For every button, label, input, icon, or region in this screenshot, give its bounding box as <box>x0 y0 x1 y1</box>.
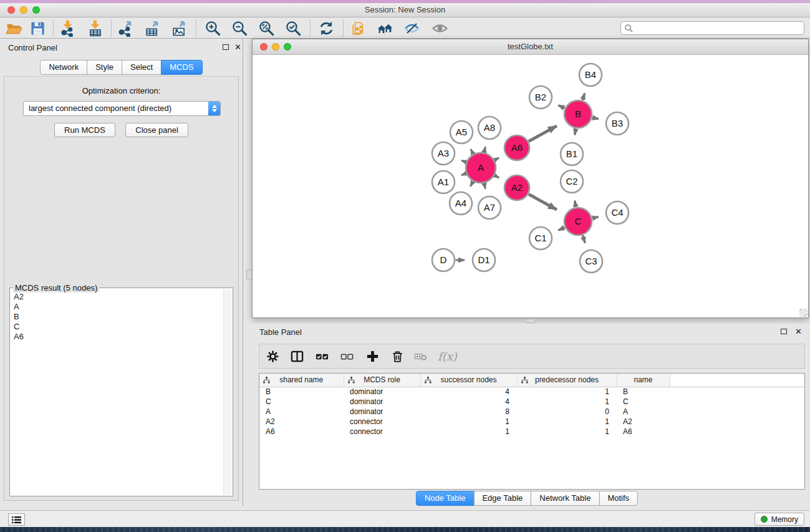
delete-row-trash-icon[interactable] <box>390 349 405 364</box>
graph-edge-B-B1[interactable] <box>575 128 576 135</box>
table-row[interactable]: Adominator80A <box>259 407 804 417</box>
zoom-traffic-light[interactable] <box>32 6 40 14</box>
graph-node-A6[interactable]: A6 <box>504 135 529 160</box>
column-header-name[interactable]: name <box>617 374 670 387</box>
import-network-icon[interactable] <box>59 19 77 37</box>
graph-node-A1[interactable]: A1 <box>432 171 455 193</box>
close-panel-icon[interactable]: ✕ <box>795 329 802 335</box>
export-image-icon[interactable] <box>170 19 188 37</box>
column-header-shared-name[interactable]: shared name <box>259 374 344 387</box>
add-row-plus-icon[interactable] <box>365 349 380 364</box>
table-cell[interactable]: dominator <box>344 387 420 397</box>
graph-node-D[interactable]: D <box>432 249 455 271</box>
graph-node-C1[interactable]: C1 <box>529 227 552 249</box>
result-item[interactable]: B <box>14 312 220 322</box>
show-panel-eye-icon[interactable] <box>431 19 449 37</box>
zoom-out-icon[interactable] <box>231 19 249 37</box>
tab-style[interactable]: Style <box>87 60 122 75</box>
graph-edge-C-C1[interactable] <box>558 228 564 231</box>
memory-button[interactable]: Memory <box>755 513 804 526</box>
table-cell[interactable]: 1 <box>517 387 617 397</box>
split-handle-vertical[interactable] <box>246 269 252 279</box>
table-cell[interactable]: A2 <box>259 417 344 427</box>
table-cell[interactable]: B <box>259 387 344 397</box>
table-cell[interactable]: 1 <box>420 427 517 437</box>
table-cell[interactable]: dominator <box>344 407 420 417</box>
graph-edge-A-A8[interactable] <box>484 147 485 152</box>
table-cell[interactable]: 0 <box>517 407 617 417</box>
graph-edge-A-A2[interactable] <box>494 175 499 178</box>
table-cell[interactable]: dominator <box>344 397 420 407</box>
graph-node-A3[interactable]: A3 <box>432 142 455 165</box>
table-row[interactable]: Cdominator41C <box>259 397 804 407</box>
table-cell[interactable]: C <box>259 397 344 407</box>
graph-edge-A-A5[interactable] <box>471 149 473 153</box>
close-panel-button[interactable]: Close panel <box>125 123 188 137</box>
graph-node-A7[interactable]: A7 <box>478 196 501 219</box>
graph-node-A5[interactable]: A5 <box>450 121 473 143</box>
table-cell[interactable]: 4 <box>420 397 517 407</box>
close-traffic-light[interactable] <box>260 43 268 51</box>
export-table-icon[interactable] <box>143 19 162 37</box>
column-header-predecessor-nodes[interactable]: predecessor nodes <box>517 374 617 387</box>
tab-node-table[interactable]: Node Table <box>416 491 475 506</box>
zoom-in-icon[interactable] <box>204 19 222 37</box>
table-row[interactable]: A6connector11A6 <box>259 427 804 437</box>
graph-edge-A6-B[interactable] <box>529 126 557 142</box>
table-settings-gear-icon[interactable] <box>265 349 280 364</box>
tab-network-table[interactable]: Network Table <box>531 491 599 506</box>
table-cell[interactable]: A <box>617 407 670 417</box>
tab-select[interactable]: Select <box>122 60 162 75</box>
zoom-traffic-light[interactable] <box>284 43 291 51</box>
graph-node-A2[interactable]: A2 <box>504 175 529 200</box>
table-row[interactable]: Bdominator41B <box>259 387 804 397</box>
table-cell[interactable]: 8 <box>420 407 517 417</box>
table-cell[interactable]: C <box>617 397 670 407</box>
import-table-icon[interactable] <box>86 19 104 37</box>
table-cell[interactable]: 1 <box>517 397 617 407</box>
window-resize-grip[interactable] <box>799 309 808 317</box>
table-cell[interactable]: A <box>259 407 344 417</box>
graph-node-C[interactable]: C <box>564 208 592 235</box>
function-builder-button[interactable]: f(x) <box>438 350 457 363</box>
search-input[interactable] <box>634 23 804 33</box>
graph-edge-A-A4[interactable] <box>470 181 473 186</box>
graph-node-B4[interactable]: B4 <box>579 64 602 86</box>
delete-table-icon[interactable] <box>413 349 428 364</box>
table-cell[interactable]: B <box>617 387 670 397</box>
graph-edge-C-C3[interactable] <box>582 235 585 243</box>
search-box[interactable] <box>620 21 804 35</box>
column-header-successor-nodes[interactable]: successor nodes <box>420 374 517 387</box>
graph-node-B[interactable]: B <box>564 100 592 128</box>
float-panel-icon[interactable] <box>223 44 229 50</box>
graph-edge-C-C4[interactable] <box>592 217 599 218</box>
table-cell[interactable]: 1 <box>420 417 517 427</box>
graph-edge-C-C2[interactable] <box>575 201 576 207</box>
graph-edge-A2-C[interactable] <box>529 194 557 210</box>
split-handle-horizontal[interactable] <box>526 319 535 323</box>
graph-node-A4[interactable]: A4 <box>450 192 472 215</box>
minimize-traffic-light[interactable] <box>20 6 27 14</box>
graph-edge-B-B3[interactable] <box>592 117 599 118</box>
graph-edge-B-B4[interactable] <box>582 94 585 100</box>
result-scrollbar[interactable] <box>223 289 231 495</box>
graph-node-C3[interactable]: C3 <box>580 250 602 273</box>
float-panel-icon[interactable] <box>781 329 787 334</box>
table-row[interactable]: A2connector11A2 <box>259 417 804 427</box>
graph-edge-B-B2[interactable] <box>558 105 564 109</box>
show-columns-icon[interactable] <box>289 349 304 364</box>
tab-edge-table[interactable]: Edge Table <box>473 491 531 506</box>
table-cell[interactable]: A2 <box>617 417 670 427</box>
result-item[interactable]: A <box>14 302 220 312</box>
zoom-fit-icon[interactable] <box>258 19 276 37</box>
close-panel-icon[interactable]: ✕ <box>234 44 241 51</box>
minimize-traffic-light[interactable] <box>272 43 279 51</box>
save-icon[interactable] <box>29 19 47 37</box>
graph-node-D1[interactable]: D1 <box>473 249 495 271</box>
refresh-layout-icon[interactable] <box>317 19 335 37</box>
unselect-all-icon[interactable] <box>339 349 354 364</box>
open-icon[interactable] <box>5 19 23 37</box>
hide-panel-eye-icon[interactable] <box>403 19 421 37</box>
table-cell[interactable]: A6 <box>259 427 344 437</box>
table-cell[interactable]: 1 <box>517 417 617 427</box>
